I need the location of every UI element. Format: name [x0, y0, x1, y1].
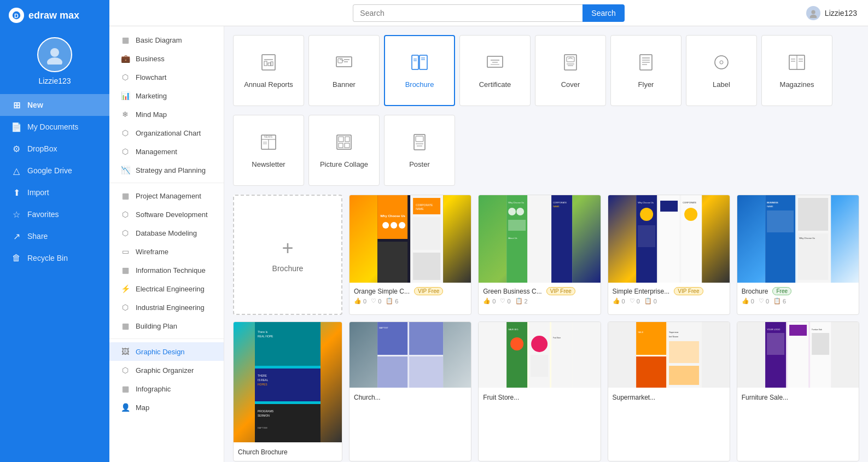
- username: Lizzie123: [38, 77, 71, 85]
- left-panel-label: Graphic Design: [136, 348, 185, 356]
- left-panel-item-management[interactable]: ⬡ Management: [109, 142, 224, 161]
- template-info-r2-3: Furniture Sale...: [737, 388, 859, 406]
- hearts-1: ♡ 0: [500, 297, 510, 305]
- svg-rect-134: [669, 341, 699, 363]
- svg-text:THERE: THERE: [258, 374, 267, 377]
- left-panel-item-marketing[interactable]: 📊 Marketing: [109, 86, 224, 105]
- search-button[interactable]: Search: [582, 4, 624, 22]
- svg-rect-135: [669, 366, 699, 385]
- left-panel-label: Project Management: [136, 192, 201, 200]
- info-tech-icon: ▦: [120, 265, 130, 275]
- topbar-avatar: [806, 6, 820, 20]
- left-panel-label: Mind Map: [136, 110, 167, 119]
- svg-rect-73: [551, 195, 572, 283]
- share-icon: ↗: [11, 231, 22, 242]
- category-card-brochure[interactable]: Brochure: [384, 35, 455, 106]
- left-panel-label: Business: [136, 55, 165, 63]
- template-card-3[interactable]: BUSINESS NAME Why Choose Us Brochure: [737, 195, 859, 315]
- category-card-picture-collage[interactable]: Picture Collage: [308, 115, 380, 186]
- left-panel-item-graphic-design[interactable]: 🖼 Graphic Design: [109, 342, 224, 361]
- left-panel-item-building[interactable]: ▦ Building Plan: [109, 317, 224, 335]
- category-grid: Annual Reports Banner: [233, 35, 859, 106]
- template-title-0: Orange Simple C...: [354, 288, 410, 295]
- left-panel-item-electrical[interactable]: ⚡ Electrical Engineering: [109, 279, 224, 298]
- svg-rect-15: [412, 55, 418, 69]
- template-card-church[interactable]: There Is REAL HOPE THERE IS REAL HOPES P…: [233, 321, 342, 461]
- search-input[interactable]: [353, 4, 582, 22]
- favorites-icon: ☆: [11, 209, 22, 220]
- left-panel-item-map[interactable]: 👤 Map: [109, 398, 224, 417]
- left-panel-item-business[interactable]: 💼 Business: [109, 49, 224, 68]
- left-panel-item-database[interactable]: ⬡ Database Modeling: [109, 224, 224, 242]
- left-panel-item-org-chart[interactable]: ⬡ Organizational Chart: [109, 124, 224, 142]
- svg-point-62: [382, 222, 389, 229]
- svg-rect-89: [638, 225, 655, 247]
- left-panel-item-flowchart[interactable]: ⬡ Flowchart: [109, 68, 224, 86]
- left-panel-item-software-dev[interactable]: ⬡ Software Development: [109, 205, 224, 224]
- template-card-2[interactable]: Why Choose Us CORPORATE Simple Enterpris…: [608, 195, 730, 315]
- sidebar-item-import[interactable]: ⬆ Import: [0, 182, 109, 203]
- left-panel-item-infographic[interactable]: ▦ Infographic: [109, 379, 224, 398]
- template-card-r2-1[interactable]: SAVE BIG Fruit Store Fruit Store...: [478, 321, 601, 461]
- template-title-r2-3: Furniture Sale...: [742, 394, 788, 401]
- sidebar-item-label: New: [27, 101, 43, 109]
- svg-rect-49: [339, 137, 343, 142]
- sidebar-item-share[interactable]: ↗ Share: [0, 225, 109, 247]
- project-mgmt-icon: ▦: [120, 191, 130, 201]
- sidebar-item-recycle-bin[interactable]: 🗑 Recycle Bin: [0, 247, 109, 269]
- new-template-button[interactable]: + Brochure: [233, 195, 342, 315]
- left-panel-item-mind-map[interactable]: ❄ Mind Map: [109, 105, 224, 124]
- template-card-r2-2[interactable]: SALE Supermar ket Name Supermarket...: [608, 321, 730, 461]
- category-card-certificate[interactable]: Certificate: [459, 35, 531, 106]
- template-card-0[interactable]: Why Choose Us CORPORATE NAME: [349, 195, 471, 315]
- template-info-3: Brochure Free 👍 0 ♡ 0 📋 6: [737, 283, 859, 309]
- svg-rect-26: [567, 57, 574, 62]
- topbar-user: Lizzie123: [806, 6, 857, 20]
- template-thumb-r2-0: BAPTIST: [349, 322, 471, 388]
- sidebar-item-new[interactable]: ⊞ New: [0, 94, 109, 116]
- new-template-label: Brochure: [272, 264, 304, 273]
- left-panel-item-wireframe[interactable]: ▭ Wireframe: [109, 242, 224, 261]
- documents-icon: 📄: [11, 121, 22, 132]
- likes-1: 👍 0: [483, 297, 496, 305]
- brochure-icon: [410, 52, 429, 76]
- category-card-newsletter[interactable]: NEWS Newsletter: [233, 115, 304, 186]
- template-info-r2-0: Church...: [349, 388, 471, 406]
- category-card-label[interactable]: Label: [686, 35, 757, 106]
- mind-map-icon: ❄: [120, 109, 130, 119]
- left-panel-label: Electrical Engineering: [136, 285, 205, 293]
- left-panel-item-info-tech[interactable]: ▦ Information Technique: [109, 261, 224, 279]
- sidebar-item-label: My Documents: [27, 122, 78, 131]
- svg-point-76: [516, 208, 524, 215]
- sidebar-item-google-drive[interactable]: △ Google Drive: [0, 160, 109, 182]
- left-panel-item-industrial[interactable]: ⬡ Industrial Engineering: [109, 298, 224, 317]
- svg-rect-54: [416, 136, 423, 142]
- sidebar-item-favorites[interactable]: ☆ Favorites: [0, 203, 109, 225]
- left-panel-item-project-mgmt[interactable]: ▦ Project Management: [109, 186, 224, 205]
- svg-text:Why Choose Us: Why Choose Us: [799, 237, 815, 239]
- map-icon: 👤: [120, 402, 130, 412]
- category-card-flyer[interactable]: Flyer: [610, 35, 681, 106]
- sidebar-item-label: Recycle Bin: [27, 254, 68, 262]
- left-panel-item-graphic-organizer[interactable]: ⬡ Graphic Organizer: [109, 361, 224, 379]
- template-card-r2-0[interactable]: BAPTIST Church...: [349, 321, 471, 461]
- category-card-banner[interactable]: Banner: [308, 35, 380, 106]
- left-panel-item-strategy[interactable]: 📉 Strategy and Planning: [109, 161, 224, 179]
- business-icon: 💼: [120, 54, 130, 63]
- template-card-1[interactable]: Why Choose Us About Us CORPORATE NAME: [478, 195, 601, 315]
- dropbox-icon: ⚙: [11, 143, 22, 154]
- category-card-poster[interactable]: Poster: [384, 115, 455, 186]
- category-card-annual-reports[interactable]: Annual Reports: [233, 35, 304, 106]
- left-panel-label: Basic Diagram: [136, 36, 182, 44]
- category-card-label: Flyer: [638, 80, 654, 89]
- category-card-cover[interactable]: Cover: [535, 35, 606, 106]
- sidebar-item-dropbox[interactable]: ⚙ DropBox: [0, 138, 109, 160]
- label-icon: [712, 52, 731, 76]
- category-card-magazines[interactable]: Magazines: [761, 35, 832, 106]
- left-panel-item-basic-diagram[interactable]: ▦ Basic Diagram: [109, 31, 224, 49]
- sidebar-item-my-documents[interactable]: 📄 My Documents: [0, 116, 109, 138]
- likes-3: 👍 0: [742, 297, 754, 305]
- svg-text:Why Choose Us: Why Choose Us: [508, 201, 524, 204]
- svg-text:About Us: About Us: [508, 237, 517, 239]
- template-card-r2-3[interactable]: YOUR LOGO Furniture Sale Furniture Sale.…: [737, 321, 859, 461]
